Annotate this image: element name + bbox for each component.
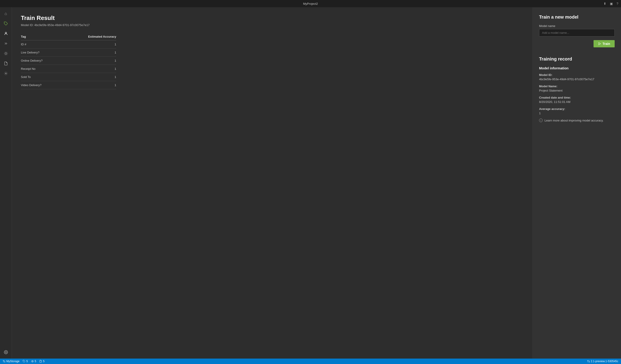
- sidebar-item-tag[interactable]: [1, 19, 10, 28]
- svg-point-19: [587, 360, 588, 361]
- tag-status-icon: [23, 360, 25, 363]
- statusbar-tags: 5: [23, 360, 28, 363]
- svg-point-1: [5, 32, 7, 33]
- page-title: Train Result: [21, 15, 523, 21]
- created-date-field: Created date and time: 8/20/2020, 11:51:…: [539, 96, 615, 104]
- share-icon[interactable]: ⬆: [604, 2, 606, 5]
- app-title: MyProject2: [303, 2, 318, 5]
- app-body: ⌂: [0, 7, 621, 359]
- svg-line-6: [7, 55, 7, 55]
- accuracy-cell: 1: [62, 40, 116, 48]
- statusbar-project: MyStorage: [3, 360, 19, 363]
- model-information-title: Model information: [539, 66, 615, 70]
- tag-cell: Live Delivery?: [21, 48, 62, 57]
- tag-cell: Video Delivery?: [21, 81, 62, 89]
- model-id-display: Model ID: 4bc9e5fe-953e-49d4-9701-97c007…: [21, 23, 523, 27]
- train-button-container: Train: [539, 40, 615, 47]
- svg-line-9: [4, 55, 5, 55]
- statusbar-version: 2.1-preview.1-530545c: [587, 360, 618, 363]
- main-panel: Train Result Model ID: 4bc9e5fe-953e-49d…: [12, 7, 533, 359]
- sidebar-item-document[interactable]: [1, 59, 10, 68]
- eye-status-icon: [31, 360, 34, 363]
- tag-cell: Sold To: [21, 73, 62, 81]
- branch-version-icon: [587, 360, 590, 363]
- titlebar: MyProject2 ⬆ ▣ ?: [0, 0, 621, 7]
- statusbar-left: MyStorage 5 5 5: [3, 360, 45, 363]
- sidebar-item-connections[interactable]: [1, 39, 10, 48]
- statusbar-documents: 5: [39, 360, 45, 363]
- accuracy-cell: 1: [62, 73, 116, 81]
- result-table: Tag Estimated Accuracy ID # 1 Live Deliv…: [21, 33, 116, 89]
- branch-icon: [3, 360, 5, 363]
- learn-more-link[interactable]: Learn more about improving model accurac…: [545, 119, 604, 122]
- table-row: Receipt No 1: [21, 65, 116, 73]
- titlebar-icons: ⬆ ▣ ?: [604, 2, 618, 5]
- right-panel: Train a new model Model name Train Train…: [533, 7, 621, 359]
- tag-cell: Receipt No: [21, 65, 62, 73]
- model-name-input[interactable]: [539, 29, 615, 36]
- sidebar: ⌂: [0, 7, 12, 359]
- table-row: Video Delivery? 1: [21, 81, 116, 89]
- accuracy-cell: 1: [62, 48, 116, 57]
- train-button[interactable]: Train: [594, 40, 615, 47]
- statusbar-connections: 5: [31, 360, 36, 363]
- table-row: Sold To 1: [21, 73, 116, 81]
- svg-point-14: [4, 362, 5, 363]
- svg-marker-13: [599, 43, 600, 45]
- model-id-field: Model ID: 4bc9e5fe-953e-49d4-9701-97c007…: [539, 73, 615, 81]
- model-name-label: Model name: [539, 24, 615, 28]
- avg-accuracy-field: Average accuracy: 1: [539, 107, 615, 115]
- layout-icon[interactable]: ▣: [610, 2, 613, 5]
- accuracy-cell: 1: [62, 57, 116, 65]
- svg-point-12: [5, 352, 6, 353]
- svg-point-15: [3, 360, 4, 361]
- sidebar-item-home[interactable]: ⌂: [1, 9, 10, 18]
- doc-status-icon: [39, 360, 42, 363]
- sidebar-item-settings[interactable]: [1, 348, 10, 357]
- sidebar-item-plugin[interactable]: [1, 69, 10, 78]
- accuracy-cell: 1: [62, 81, 116, 89]
- table-row: Live Delivery? 1: [21, 48, 116, 57]
- svg-point-17: [32, 361, 33, 362]
- new-model-title: Train a new model: [539, 15, 615, 20]
- learn-more-section: i Learn more about improving model accur…: [539, 119, 615, 122]
- info-circle-icon: i: [539, 119, 543, 122]
- help-icon[interactable]: ?: [617, 2, 618, 5]
- training-record-title: Training record: [539, 56, 615, 62]
- svg-point-11: [5, 73, 6, 74]
- sidebar-item-model[interactable]: [1, 29, 10, 38]
- svg-line-10: [7, 52, 7, 52]
- svg-point-18: [589, 362, 589, 363]
- col-accuracy-header: Estimated Accuracy: [62, 33, 116, 40]
- tag-cell: Online Delivery?: [21, 57, 62, 65]
- statusbar: MyStorage 5 5 5: [0, 359, 621, 364]
- col-tag-header: Tag: [21, 33, 62, 40]
- table-row: ID # 1: [21, 40, 116, 48]
- model-name-field: Model Name: Project Statement: [539, 85, 615, 92]
- svg-point-2: [5, 53, 7, 54]
- table-row: Online Delivery? 1: [21, 57, 116, 65]
- content-area: Train Result Model ID: 4bc9e5fe-953e-49d…: [12, 7, 621, 359]
- training-record-section: Training record Model information Model …: [539, 56, 615, 122]
- accuracy-cell: 1: [62, 65, 116, 73]
- svg-line-5: [4, 52, 5, 52]
- sidebar-item-bulb[interactable]: [1, 49, 10, 58]
- tag-cell: ID #: [21, 40, 62, 48]
